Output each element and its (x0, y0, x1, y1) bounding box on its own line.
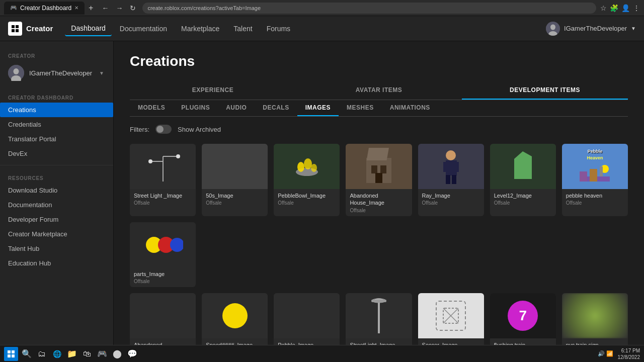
item-status: Offsale (566, 200, 624, 206)
start-button[interactable] (4, 347, 18, 361)
nav-forums[interactable]: Forums (261, 22, 296, 36)
tab-models[interactable]: MODELS (130, 100, 173, 116)
item-card-streetlight2[interactable]: StreetLight_Image Offsale (346, 293, 412, 345)
user-dropdown-icon[interactable]: ▼ (631, 26, 636, 31)
svg-rect-29 (452, 175, 456, 184)
sidebar-item-talent-hub[interactable]: Talent Hub (0, 241, 113, 256)
sidebar-item-documentation[interactable]: Documentation (0, 198, 113, 212)
item-name: Level12_Image (494, 192, 552, 199)
item-card-level12[interactable]: Level12_Image Offsale (490, 144, 556, 216)
sidebar-item-education-hub[interactable]: Education Hub (0, 256, 113, 270)
sidebar-item-creator-marketplace[interactable]: Creator Marketplace (0, 227, 113, 241)
item-name: Abandoned House_Image (350, 192, 408, 207)
sidebar-user-dropdown[interactable]: ▼ (99, 70, 104, 76)
tab-meshes[interactable]: MESHES (339, 100, 382, 116)
svg-rect-0 (12, 25, 15, 28)
tab-experience[interactable]: EXPERIENCE (130, 81, 296, 100)
page-title: Creations (130, 53, 628, 69)
browser-nav: ← → ↻ (99, 3, 138, 13)
nav-dashboard[interactable]: Dashboard (65, 21, 112, 36)
item-card-abandoned-house2[interactable]: Abandoned House_Image Offsale (130, 293, 196, 345)
nav-links: Dashboard Documentation Marketplace Tale… (65, 21, 534, 36)
sidebar-item-credentials[interactable]: Credentials (0, 117, 113, 132)
browser-tab-active[interactable]: 🎮 Creator Dashboard ✕ (4, 2, 85, 15)
user-area: IGamerTheDeveloper ▼ (546, 22, 636, 36)
item-card-soccer[interactable]: Soccer_Image Offsale (418, 293, 484, 345)
svg-rect-3 (16, 29, 19, 32)
menu-icon[interactable]: ⋮ (633, 4, 640, 12)
item-thumb-pebble (274, 293, 340, 338)
nav-back-button[interactable]: ← (99, 3, 111, 13)
tab-avatar-items[interactable]: AVATAR ITEMS (296, 81, 462, 100)
item-card-pebble-bowl[interactable]: PebbleBowl_Image Offsale (274, 144, 340, 216)
svg-point-14 (148, 159, 152, 163)
extensions-icon[interactable]: 🧩 (610, 4, 618, 12)
taskbar-store[interactable]: 🛍 (80, 347, 94, 360)
item-card-50s[interactable]: 50s_Image Offsale (202, 144, 268, 216)
taskbar-clock: 6:17 PM 12/8/2022 (618, 347, 640, 360)
item-info-flushing-train: flushing train Offsale (490, 338, 556, 345)
sidebar-item-download-studio[interactable]: Download Studio (0, 183, 113, 198)
svg-rect-21 (371, 165, 377, 173)
sidebar: CREATOR IGamerTheDeveloper ▼ CREATOR DAS… (0, 41, 114, 345)
tabs-secondary: MODELS PLUGINS AUDIO DECALS IMAGES MESHE… (130, 100, 628, 117)
taskbar-chrome[interactable]: ⬤ (111, 347, 124, 360)
taskbar-date-val: 12/8/2022 (618, 354, 640, 360)
taskbar-roblox[interactable]: 🎮 (96, 347, 109, 360)
svg-rect-27 (454, 162, 459, 172)
sidebar-item-creations[interactable]: Creations (0, 103, 113, 117)
item-card-flushing-train[interactable]: 7 flushing train Offsale (490, 293, 556, 345)
sidebar-item-developer-forum[interactable]: Developer Forum (0, 212, 113, 227)
item-card-abandoned-house[interactable]: Abandoned House_Image Offsale (346, 144, 412, 216)
item-status: Offsale (134, 200, 192, 206)
blurred-green-thumb (562, 293, 628, 338)
tab-animations[interactable]: ANIMATIONS (382, 100, 438, 116)
taskbar: 🔍 🗂 🌐 📁 🛍 🎮 ⬤ 💬 🔊 📶 6:17 PM 12/8/2022 (0, 345, 644, 362)
svg-rect-49 (12, 350, 15, 353)
nav-talent[interactable]: Talent (227, 22, 258, 36)
new-tab-button[interactable]: + (87, 4, 95, 13)
item-card-nyc-train[interactable]: nyc train sign Offsale (562, 293, 628, 345)
tab-images[interactable]: IMAGES (297, 100, 339, 116)
tab-close-button[interactable]: ✕ (74, 5, 78, 11)
address-bar[interactable]: create.roblox.com/creations?activeTab=Im… (142, 3, 596, 14)
show-archived-toggle[interactable] (155, 125, 172, 134)
taskbar-edge[interactable]: 🌐 (50, 347, 63, 360)
svg-point-16 (297, 162, 304, 172)
item-card-speed[interactable]: Speed####_Image Offsale (202, 293, 268, 345)
purple-7-icon: 7 (508, 301, 538, 331)
nav-documentation[interactable]: Documentation (114, 22, 173, 36)
item-thumb-level12 (490, 144, 556, 189)
taskbar-time-val: 6:17 PM (618, 347, 640, 354)
item-info-pebble-heaven: pebble heaven Offsale (562, 189, 628, 209)
svg-point-12 (176, 154, 180, 158)
tab-development-items[interactable]: DEVELOPMENT ITEMS (462, 81, 628, 100)
item-card-pebble[interactable]: Pebble_Image Offsale (274, 293, 340, 345)
bookmark-icon[interactable]: ☆ (600, 4, 607, 12)
taskbar-taskview[interactable]: 🗂 (35, 347, 48, 360)
item-thumb-speed (202, 293, 268, 338)
nav-refresh-button[interactable]: ↻ (127, 3, 138, 13)
item-card-pebble-heaven[interactable]: Pebble Heaven pebble heaven Offsale (562, 144, 628, 216)
item-name: parts_Image (134, 270, 192, 278)
item-card-ray[interactable]: Ray_Image Offsale (418, 144, 484, 216)
item-info-speed: Speed####_Image Offsale (202, 338, 268, 345)
tab-audio[interactable]: AUDIO (218, 100, 255, 116)
item-card-parts[interactable]: parts_Image Offsale (130, 222, 196, 287)
username-label: IGamerTheDeveloper (564, 25, 627, 32)
tab-plugins[interactable]: PLUGINS (173, 100, 218, 116)
sidebar-item-translator[interactable]: Translator Portal (0, 132, 113, 146)
item-name: Pebble_Image (278, 341, 336, 345)
item-card-street-light[interactable]: Street Light _Image Offsale (130, 144, 196, 216)
nav-forward-button[interactable]: → (113, 3, 125, 13)
nav-marketplace[interactable]: Marketplace (175, 22, 225, 36)
taskbar-search[interactable]: 🔍 (20, 347, 33, 360)
tab-decals[interactable]: DECALS (255, 100, 297, 116)
browser-bar: 🎮 Creator Dashboard ✕ + ← → ↻ create.rob… (0, 0, 644, 16)
profile-icon[interactable]: 👤 (621, 4, 630, 12)
taskbar-explorer[interactable]: 📁 (65, 347, 78, 360)
tab-label: Creator Dashboard (20, 5, 71, 12)
main-layout: CREATOR IGamerTheDeveloper ▼ CREATOR DAS… (0, 41, 644, 345)
sidebar-item-devex[interactable]: DevEx (0, 146, 113, 161)
taskbar-discord[interactable]: 💬 (126, 347, 139, 360)
